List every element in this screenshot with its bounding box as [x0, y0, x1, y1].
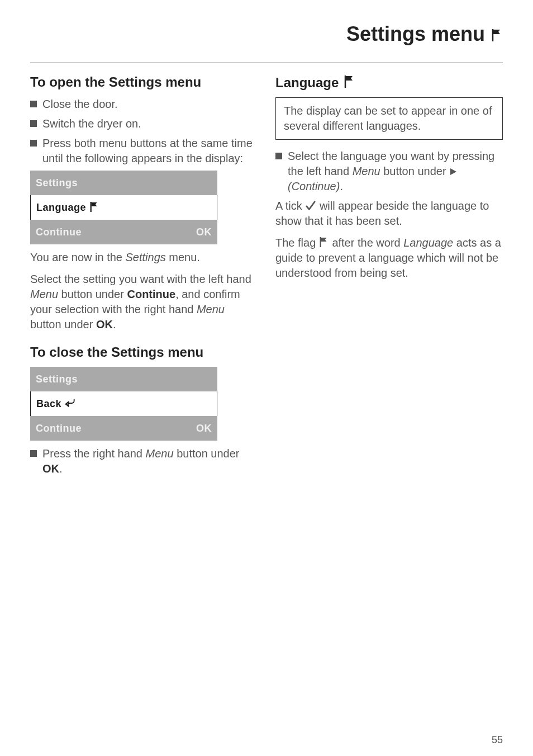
back-arrow-icon — [65, 398, 76, 410]
check-icon — [305, 199, 316, 214]
step-press-both: Press both menu buttons at the same time… — [42, 136, 258, 166]
flag-icon — [319, 235, 329, 251]
bullet-icon — [30, 140, 37, 147]
flag-icon — [491, 22, 503, 46]
display-row-actions: Continue OK — [30, 220, 217, 244]
display-panel-open: Settings Language Continue OK — [30, 171, 217, 244]
list-item: Press both menu buttons at the same time… — [30, 136, 258, 166]
display-row-title: Settings — [30, 171, 217, 195]
bullet-icon — [275, 153, 282, 159]
heading-open-settings: To open the Settings menu — [30, 74, 258, 90]
display-ok: OK — [196, 423, 212, 434]
note-tick: A tick will appear beside the language t… — [275, 199, 503, 229]
info-box: The display can be set to appear in one … — [275, 97, 503, 140]
bullet-icon — [30, 101, 37, 107]
display-back-label: Back — [36, 398, 61, 410]
step-switch-on: Switch the dryer on. — [42, 116, 141, 131]
display-row-option: Language — [30, 195, 217, 220]
display-row-title: Settings — [30, 367, 217, 391]
display-row-option: Back — [30, 391, 217, 416]
step-close-door: Close the door. — [42, 97, 118, 112]
list-item: Close the door. — [30, 97, 258, 112]
display-continue: Continue — [36, 226, 82, 238]
list-item: Select the language you want by pressing… — [275, 149, 503, 194]
note-settings-menu: You are now in the Settings menu. — [30, 250, 258, 265]
step-press-right-ok: Press the right hand Menu button under O… — [42, 446, 258, 476]
display-language-label: Language — [36, 202, 86, 214]
heading-language: Language — [275, 74, 503, 91]
display-ok: OK — [196, 226, 212, 238]
bullet-icon — [30, 120, 37, 127]
page-title: Settings menu — [346, 22, 485, 46]
bullet-icon — [30, 450, 37, 457]
flag-icon — [343, 74, 355, 91]
divider — [30, 63, 503, 63]
page-number: 55 — [492, 734, 503, 746]
info-box-text: The display can be set to appear in one … — [284, 103, 494, 134]
display-continue: Continue — [36, 423, 82, 434]
display-panel-close: Settings Back Continue OK — [30, 367, 217, 441]
flag-icon — [89, 201, 99, 214]
display-row-actions: Continue OK — [30, 416, 217, 441]
instr-select-setting: Select the setting you want with the lef… — [30, 272, 258, 332]
note-flag: The flag after the word Language acts as… — [275, 235, 503, 281]
list-item: Press the right hand Menu button under O… — [30, 446, 258, 476]
list-item: Switch the dryer on. — [30, 116, 258, 131]
step-select-language: Select the language you want by pressing… — [288, 149, 503, 194]
heading-close-settings: To close the Settings menu — [30, 344, 258, 360]
triangle-right-icon — [449, 164, 457, 179]
